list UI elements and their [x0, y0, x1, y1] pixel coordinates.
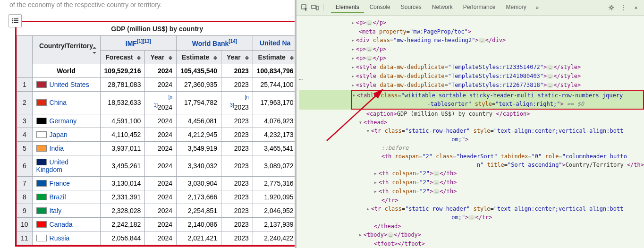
col-forecast[interactable]: Forecast [100, 50, 145, 64]
gdp-table-highlight: GDP (million US$) by country Country/Ter… [15, 21, 295, 247]
kebab-icon[interactable]: ⋮ [619, 3, 628, 12]
table-row: 2 China 18,532,633[n 1]2024 17,794,782[n… [17, 91, 295, 114]
table-row: 1 United States 28,781,0832024 27,360,93… [17, 77, 295, 91]
col-estimate-wb[interactable]: Estimate [177, 50, 221, 64]
list-icon [12, 18, 18, 24]
inspect-icon[interactable] [300, 3, 309, 12]
country-link[interactable]: Japan [50, 131, 68, 138]
table-row: 10 Canada 2,242,1822024 2,140,0862023 2,… [17, 217, 295, 231]
col-group-imf: IMF[1][13] [100, 36, 177, 51]
table-row: 8 Brazil 2,331,3912024 2,173,6662023 1,9… [17, 190, 295, 204]
svg-rect-5 [14, 22, 18, 23]
table-row: 6 United Kingdom 3,495,2612024 3,340,032… [17, 155, 295, 176]
table-row: 3 Germany 4,591,1002024 4,456,0812023 4,… [17, 114, 295, 128]
col-group-wb: World Bank[14] [177, 36, 253, 51]
tab-memory[interactable]: Memory [501, 2, 531, 13]
svg-point-9 [610, 7, 612, 9]
col-estimate-un[interactable]: Estimate [253, 50, 295, 64]
more-tabs-icon[interactable]: » [533, 3, 542, 12]
table-caption: GDP (million US$) by country [17, 22, 295, 35]
col-year-wb[interactable]: Year [221, 50, 253, 64]
world-row: World 109,529,2162024 105,435,5402023 10… [17, 64, 295, 77]
devtools-pane: ElementsConsoleSourcesNetworkPerformance… [295, 0, 644, 248]
selected-element-row[interactable]: ▾<table class="wikitable sortable sticky… [299, 90, 644, 110]
country-link[interactable]: Italy [50, 207, 62, 214]
svg-point-2 [12, 20, 14, 22]
overflow-dots-icon[interactable]: ⋯ [298, 75, 304, 84]
table-row: 5 India 3,937,0112024 3,549,9192023 3,46… [17, 141, 295, 155]
device-icon[interactable] [311, 3, 319, 12]
toc-toggle-button[interactable] [8, 14, 22, 27]
table-row: 4 Japan 4,110,4522024 4,212,9452023 4,23… [17, 128, 295, 141]
country-link[interactable]: France [50, 180, 70, 187]
country-link[interactable]: Russia [50, 234, 70, 242]
close-icon[interactable]: ✕ [632, 3, 640, 12]
svg-point-4 [12, 22, 14, 24]
tab-console[interactable]: Console [365, 2, 395, 13]
country-link[interactable]: Germany [50, 117, 77, 125]
elements-tree[interactable]: ⋯ ▸<p>…</p> <meta property="mw:PageProp/… [297, 16, 644, 248]
svg-point-0 [12, 18, 14, 20]
svg-rect-8 [316, 6, 318, 10]
tab-elements[interactable]: Elements [331, 2, 364, 13]
country-link[interactable]: India [50, 145, 64, 152]
table-row: 11 Russia 2,056,8442024 2,021,4212023 2,… [17, 231, 295, 245]
col-year-imf[interactable]: Year [145, 50, 177, 64]
table-row: 9 Italy 2,328,0282024 2,254,8512023 2,04… [17, 204, 295, 217]
settings-icon[interactable] [607, 3, 616, 12]
country-link[interactable]: Brazil [50, 193, 66, 201]
tab-network[interactable]: Network [427, 2, 458, 13]
webpage-pane: of the economy of the respective country… [0, 0, 295, 248]
country-link[interactable]: United States [50, 81, 89, 88]
devtools-toolbar: ElementsConsoleSourcesNetworkPerformance… [297, 0, 644, 16]
gdp-table: GDP (million US$) by country Country/Ter… [17, 22, 295, 245]
svg-rect-3 [14, 20, 18, 21]
table-row: 7 France 3,130,0142024 3,030,9042023 2,7… [17, 176, 295, 190]
col-group-un: United Na [253, 36, 295, 51]
country-link[interactable]: Canada [50, 221, 73, 228]
col-country[interactable]: Country/Territory [32, 36, 100, 64]
svg-rect-7 [312, 5, 316, 9]
devtools-tabs: ElementsConsoleSourcesNetworkPerformance… [331, 2, 531, 13]
tab-sources[interactable]: Sources [396, 2, 426, 13]
tab-performance[interactable]: Performance [458, 2, 500, 13]
intro-text: of the economy of the respective country… [0, 0, 295, 12]
country-link[interactable]: China [50, 99, 67, 106]
svg-rect-1 [14, 18, 18, 19]
